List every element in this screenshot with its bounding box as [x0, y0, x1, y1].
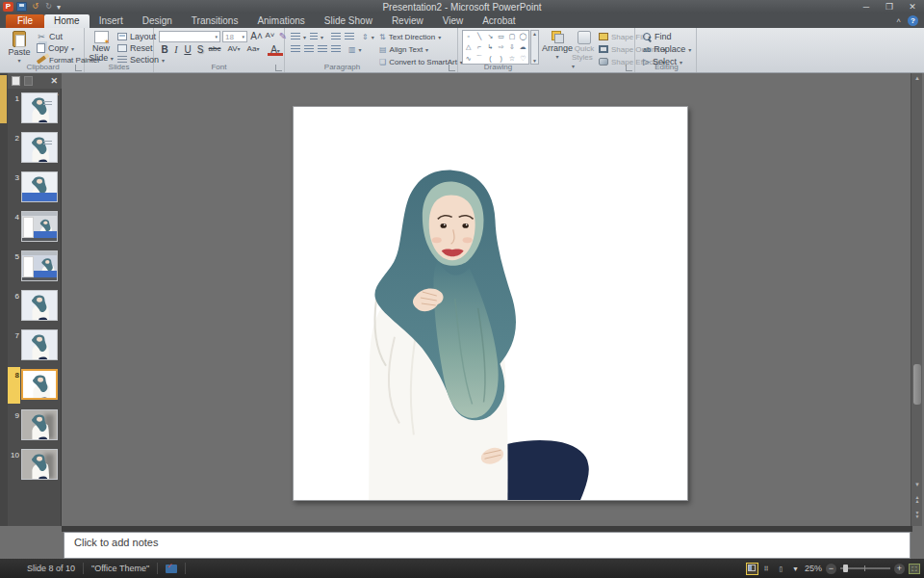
tab-acrobat[interactable]: Acrobat	[473, 14, 525, 28]
tab-insert[interactable]: Insert	[90, 14, 133, 28]
slide-thumbnail-10[interactable]: 10	[8, 449, 62, 484]
shape-select-icon[interactable]: ▫	[463, 31, 474, 41]
shapes-gallery-scrollbar[interactable]: ▲ ▼	[530, 30, 539, 65]
slide-thumbnail-3[interactable]: 3	[8, 171, 62, 206]
font-dialog-launcher[interactable]	[275, 65, 282, 71]
increase-indent-button[interactable]	[345, 31, 354, 42]
redo-icon[interactable]: ↻	[43, 2, 54, 12]
tab-animations[interactable]: Animations	[247, 14, 314, 28]
shape-elbow-arrow-icon[interactable]: ↳	[485, 41, 496, 52]
shape-rectangle-icon[interactable]: ▭	[496, 31, 506, 41]
collapse-ribbon-icon[interactable]: ˄	[896, 16, 901, 25]
previous-slide-button[interactable]: ▲▲	[911, 495, 923, 503]
shape-down-arrow-icon[interactable]: ⇩	[506, 41, 517, 52]
slide-thumbnail-1[interactable]: 1	[8, 92, 62, 127]
text-direction-button[interactable]: ⇅ Text Direction▾	[379, 31, 441, 42]
slides-tab-icon[interactable]	[12, 76, 20, 86]
slide-thumbnail-5[interactable]: 5	[8, 250, 62, 285]
theme-name[interactable]: "Office Theme"	[91, 564, 149, 573]
decrease-indent-button[interactable]	[331, 31, 341, 42]
close-button[interactable]: ✕	[905, 1, 920, 13]
paste-button[interactable]: Paste ▾	[6, 31, 33, 64]
align-right-button[interactable]	[318, 43, 327, 55]
quick-styles-button[interactable]: Quick Styles ▾	[572, 31, 597, 70]
scroll-down-icon[interactable]: ▼	[911, 482, 923, 487]
shape-cloud-icon[interactable]: ☁	[518, 41, 528, 52]
text-shadow-button[interactable]: S	[195, 44, 205, 56]
bold-button[interactable]: B	[160, 44, 169, 56]
minimize-button[interactable]: ─	[859, 1, 874, 13]
tab-transitions[interactable]: Transitions	[182, 14, 248, 28]
undo-icon[interactable]: ↺	[30, 2, 40, 12]
character-spacing-button[interactable]: AV▾	[225, 44, 243, 56]
grow-font-button[interactable]: A˄	[250, 31, 263, 42]
shrink-font-button[interactable]: A˅	[264, 31, 276, 42]
tab-view[interactable]: View	[433, 14, 474, 28]
font-size-combo[interactable]: 18▾	[222, 31, 247, 42]
slide-thumbnail-7[interactable]: 7	[8, 329, 62, 364]
scrollbar-thumb[interactable]	[913, 364, 921, 405]
numbering-button[interactable]: ▾	[310, 31, 323, 42]
help-icon[interactable]: ?	[908, 15, 918, 26]
arrange-button[interactable]: Arrange ▾	[543, 31, 572, 60]
shape-oval-icon[interactable]: ◯	[518, 31, 528, 41]
shape-elbow-icon[interactable]: ⌐	[474, 41, 484, 52]
slide-thumbnail-8-selected[interactable]: 8	[8, 369, 62, 404]
shape-right-arrow-icon[interactable]: ⇨	[496, 41, 506, 52]
drawing-dialog-launcher[interactable]	[626, 65, 632, 71]
reset-button[interactable]: Reset	[117, 42, 153, 54]
shape-arrow-line-icon[interactable]: ↘	[485, 31, 496, 41]
restore-button[interactable]: ❐	[882, 1, 897, 13]
font-color-button[interactable]: A▾	[268, 44, 283, 56]
next-slide-button[interactable]: ▼▼	[911, 511, 923, 518]
shape-line-icon[interactable]: ╲	[474, 31, 484, 41]
zoom-out-button[interactable]: −	[826, 564, 836, 574]
save-icon[interactable]	[16, 2, 27, 12]
find-button[interactable]: Find	[643, 31, 672, 42]
line-spacing-button[interactable]: ⇕▾	[362, 31, 374, 42]
slide-sorter-view-button[interactable]: ⠿	[761, 564, 772, 574]
tab-review[interactable]: Review	[382, 14, 433, 28]
normal-view-button[interactable]	[747, 564, 757, 574]
slide-thumbnail-6[interactable]: 6	[8, 290, 62, 325]
notes-input[interactable]: Click to add notes	[64, 532, 911, 559]
paragraph-dialog-launcher[interactable]	[449, 65, 455, 71]
outline-tab-icon[interactable]	[24, 76, 33, 86]
copy-button[interactable]: Copy ▾	[37, 42, 74, 54]
spellcheck-icon[interactable]	[166, 565, 177, 573]
replace-button[interactable]: ab Replace▾	[643, 43, 691, 55]
align-center-button[interactable]	[304, 43, 314, 55]
shape-rounded-rect-icon[interactable]: ▢	[506, 31, 517, 41]
zoom-in-button[interactable]: +	[894, 564, 905, 574]
shape-triangle-icon[interactable]: △	[463, 41, 474, 52]
slide-thumbnail-9[interactable]: 9	[8, 409, 62, 444]
scroll-up-icon[interactable]: ▲	[911, 75, 923, 81]
reading-view-button[interactable]: ▯	[776, 564, 786, 574]
slide-thumbnail-2[interactable]: 2	[8, 132, 62, 167]
gallery-up-icon[interactable]: ▲	[532, 31, 537, 37]
qat-customize-icon[interactable]: ▾	[57, 3, 61, 12]
fit-slide-to-window-button[interactable]: ⛶	[909, 564, 920, 574]
zoom-level[interactable]: 25%	[805, 564, 822, 573]
tab-file[interactable]: File	[6, 14, 44, 28]
clipboard-dialog-launcher[interactable]	[75, 65, 82, 71]
tab-slide-show[interactable]: Slide Show	[315, 14, 382, 28]
strikethrough-button[interactable]: abc	[207, 44, 222, 56]
slideshow-view-button[interactable]: ▼	[790, 564, 801, 574]
vertical-scrollbar[interactable]: ▲ ▼ ▲▲ ▼▼	[911, 73, 922, 526]
tab-design[interactable]: Design	[133, 14, 182, 28]
panel-close-icon[interactable]: ✕	[50, 76, 58, 86]
change-case-button[interactable]: Aa▾	[244, 44, 262, 56]
italic-button[interactable]: I	[171, 44, 181, 56]
align-left-button[interactable]	[291, 43, 300, 55]
zoom-slider[interactable]	[840, 567, 890, 569]
powerpoint-icon[interactable]: P	[3, 2, 13, 12]
cut-button[interactable]: ✂ Cut	[37, 31, 63, 42]
slide-canvas[interactable]	[293, 106, 688, 501]
align-text-button[interactable]: ▤ Align Text▾	[379, 43, 428, 55]
new-slide-button[interactable]: New Slide ▾	[87, 31, 116, 63]
bullets-button[interactable]: ▾	[291, 31, 306, 42]
tab-home[interactable]: Home	[44, 14, 90, 28]
justify-button[interactable]	[331, 43, 341, 55]
underline-button[interactable]: U	[183, 44, 192, 56]
